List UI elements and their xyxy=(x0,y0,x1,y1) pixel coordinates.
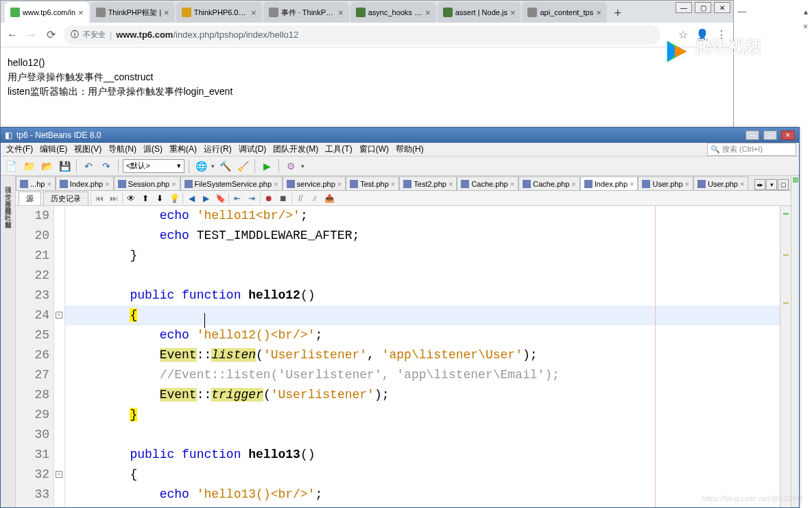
comment-icon[interactable]: // xyxy=(294,192,307,205)
fold-toggle-icon[interactable]: - xyxy=(56,312,62,319)
dock-tab[interactable]: 项目 xyxy=(2,178,14,184)
shift-right-icon[interactable]: ⇥ xyxy=(246,192,258,205)
dock-tab[interactable]: 导航器 xyxy=(2,199,14,205)
chrome-tab[interactable]: ThinkPHP框架 |× xyxy=(91,2,175,23)
dock-tab[interactable]: 剪贴板 xyxy=(2,213,14,218)
file-tab-close-icon[interactable]: × xyxy=(337,180,342,188)
tab-close-icon[interactable]: × xyxy=(251,8,256,18)
chrome-tab[interactable]: api_content_tps× xyxy=(522,2,606,23)
close-icon[interactable]: × xyxy=(803,22,808,32)
find-prev-icon[interactable]: ⬆ xyxy=(139,192,152,205)
uncomment-icon[interactable]: ⫽ xyxy=(309,192,321,205)
menu-item[interactable]: 视图(V) xyxy=(71,142,104,157)
toggle-highlight-icon[interactable]: 💡 xyxy=(168,192,180,205)
nb-maximize[interactable]: ▢ xyxy=(763,130,777,140)
menu-item[interactable]: 导航(N) xyxy=(106,142,139,157)
fold-toggle-icon[interactable]: - xyxy=(56,471,62,478)
file-tab-close-icon[interactable]: × xyxy=(274,180,278,188)
redo-icon[interactable]: ↷ xyxy=(99,159,114,174)
nb-minimize[interactable]: — xyxy=(745,130,759,140)
menu-item[interactable]: 运行(R) xyxy=(201,142,235,157)
tab-close-icon[interactable]: × xyxy=(596,8,601,18)
tab-close-icon[interactable]: × xyxy=(338,8,344,18)
nb-search-box[interactable]: 🔍 搜索 (Ctrl+I) xyxy=(707,143,796,156)
chrome-minimize[interactable]: — xyxy=(676,2,692,13)
chrome-tab[interactable]: 事件 · ThinkPHP× xyxy=(263,2,349,23)
forward-icon[interactable]: → xyxy=(25,29,38,41)
tab-dropdown-icon[interactable]: ▾ xyxy=(766,179,777,190)
menu-item[interactable]: 编辑(E) xyxy=(37,142,70,157)
new-tab-button[interactable]: + xyxy=(608,3,628,23)
chrome-tab[interactable]: www.tp6.com/in× xyxy=(5,2,89,23)
file-tab[interactable]: Index.php× xyxy=(56,176,114,190)
file-tab-close-icon[interactable]: × xyxy=(685,180,689,188)
history-tab[interactable]: 历史记录 xyxy=(43,192,88,205)
menu-item[interactable]: 工具(T) xyxy=(322,142,355,157)
config-combo[interactable]: <默认>▾ xyxy=(123,159,184,173)
new-file-icon[interactable]: 📄 xyxy=(3,159,19,174)
file-tab[interactable]: FileSystemService.php× xyxy=(180,176,283,190)
file-tab-close-icon[interactable]: × xyxy=(630,180,634,188)
build-icon[interactable]: 🔨 xyxy=(217,159,232,174)
scroll-up-icon[interactable]: ▴ xyxy=(804,7,808,16)
tab-close-icon[interactable]: × xyxy=(164,8,169,18)
tab-close-icon[interactable]: × xyxy=(425,8,431,18)
back-icon[interactable]: ← xyxy=(6,29,19,41)
find-next-icon[interactable]: ⬇ xyxy=(154,192,166,205)
source-tab[interactable]: 源 xyxy=(19,192,41,205)
file-tab-close-icon[interactable]: × xyxy=(510,180,514,188)
file-tab[interactable]: Cache.php× xyxy=(518,176,580,190)
chrome-tab[interactable]: async_hooks | N× xyxy=(350,2,436,23)
macro-record-icon[interactable]: ⏺ xyxy=(263,192,275,205)
address-bar[interactable]: ⓘ 不安全 | www.tp6.com/index.php/tpshop/ind… xyxy=(64,25,660,45)
file-tab-close-icon[interactable]: × xyxy=(740,180,744,188)
shift-left-icon[interactable]: ⇤ xyxy=(231,192,243,205)
file-tab-close-icon[interactable]: × xyxy=(391,180,395,188)
globe-icon[interactable]: 🌐 xyxy=(193,159,208,174)
run-icon[interactable]: ▶ xyxy=(259,159,274,174)
macro-stop-icon[interactable]: ⏹ xyxy=(277,192,289,205)
next-icon[interactable]: ⏭ xyxy=(108,192,120,205)
new-project-icon[interactable]: 📁 xyxy=(21,159,36,174)
code-content[interactable]: echo 'hello11<br/>'; echo TEST_IMDDLEWAR… xyxy=(65,206,780,507)
file-tab-close-icon[interactable]: × xyxy=(105,180,109,188)
file-tab[interactable]: Cache.php× xyxy=(457,176,518,190)
file-tab[interactable]: User.php× xyxy=(638,176,693,190)
menu-item[interactable]: 窗口(W) xyxy=(357,142,392,157)
file-tab[interactable]: Test.php× xyxy=(346,176,399,190)
menu-item[interactable]: 帮助(H) xyxy=(393,142,427,157)
tab-max-icon[interactable]: ▢ xyxy=(778,179,789,190)
tab-list-icon[interactable]: ◂▸ xyxy=(754,179,765,190)
file-tab[interactable]: Test2.php× xyxy=(399,176,457,190)
find-selection-icon[interactable]: 👁 xyxy=(125,192,137,205)
file-tab-close-icon[interactable]: × xyxy=(571,180,575,188)
undo-icon[interactable]: ↶ xyxy=(81,159,96,174)
debug-icon[interactable]: ⚙ xyxy=(283,159,298,174)
export-icon[interactable]: 📤 xyxy=(323,192,335,205)
reload-icon[interactable]: ⟳ xyxy=(45,29,57,41)
save-all-icon[interactable]: 💾 xyxy=(57,159,72,174)
chrome-tab[interactable]: ThinkPHP6.0RC× xyxy=(176,2,262,23)
file-tab-close-icon[interactable]: × xyxy=(449,180,453,188)
file-tab-close-icon[interactable]: × xyxy=(47,180,51,188)
menu-item[interactable]: 文件(F) xyxy=(3,142,36,157)
file-tab[interactable]: service.php× xyxy=(283,176,346,190)
dock-tab[interactable]: 文件 xyxy=(2,185,14,191)
toggle-bookmark-icon[interactable]: 🔖 xyxy=(214,192,226,205)
menu-item[interactable]: 重构(A) xyxy=(167,142,200,157)
open-project-icon[interactable]: 📂 xyxy=(39,159,54,174)
tab-close-icon[interactable]: × xyxy=(510,8,516,18)
dock-tab[interactable]: 服务 xyxy=(2,192,14,198)
menu-item[interactable]: 调试(D) xyxy=(236,142,270,157)
chrome-close[interactable]: ✕ xyxy=(714,2,730,13)
next-bookmark-icon[interactable]: ▶ xyxy=(200,192,212,205)
code-editor[interactable]: 192021222324252627282930313233 -- echo '… xyxy=(16,206,791,507)
file-tab[interactable]: ...hp× xyxy=(16,176,56,190)
minimize-icon[interactable]: — xyxy=(738,7,746,16)
dock-tab[interactable]: 社区 xyxy=(2,206,14,211)
nb-close[interactable]: ✕ xyxy=(781,130,795,140)
chrome-tab[interactable]: assert | Node.js× xyxy=(438,2,521,23)
menu-item[interactable]: 团队开发(M) xyxy=(270,142,321,157)
menu-item[interactable]: 源(S) xyxy=(141,142,165,157)
file-tab[interactable]: Index.php× xyxy=(580,176,638,190)
